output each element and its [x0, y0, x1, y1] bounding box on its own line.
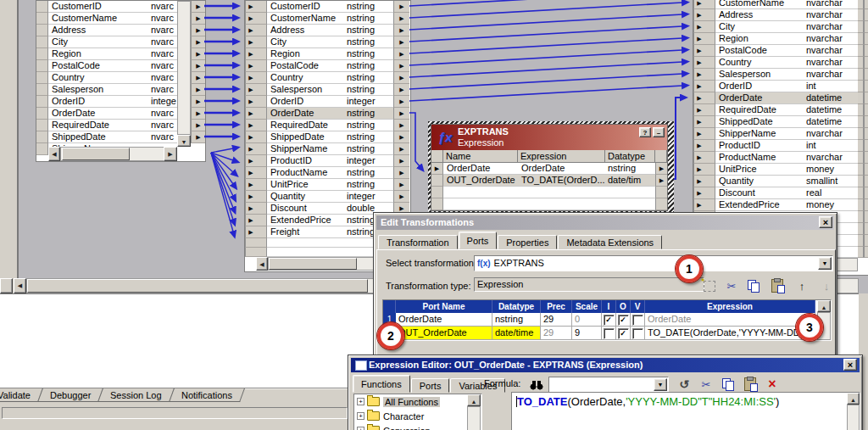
move-down-icon[interactable]: ↓ — [818, 278, 835, 293]
output-connector[interactable]: ▶ — [191, 72, 205, 84]
minimize-button[interactable]: – — [653, 127, 665, 137]
input-connector[interactable]: ▶ — [245, 120, 256, 131]
output-connector[interactable]: ▶ — [864, 92, 868, 104]
input-connector[interactable]: ▶ — [693, 21, 704, 33]
output-connector[interactable]: ▶ — [393, 60, 409, 72]
tab-ports[interactable]: Ports — [411, 378, 450, 393]
output-connector[interactable]: ▶ — [864, 128, 868, 140]
input-connector[interactable]: ▶ — [245, 13, 256, 25]
output-connector[interactable]: ▶ — [864, 21, 868, 33]
output-connector[interactable]: ▶ — [393, 84, 409, 96]
move-up-icon[interactable]: ↑ — [793, 278, 810, 293]
input-connector[interactable]: ▶ — [245, 167, 256, 179]
input-connector[interactable]: ▶ — [245, 84, 256, 96]
scroll-down-button[interactable]: ▼ — [177, 135, 191, 147]
output-tab-session-log[interactable]: Session Log — [97, 388, 174, 402]
source-definition-table[interactable]: CustomerIDnvarc▶CustomerNamenvarc▶Addres… — [36, 0, 206, 162]
vertical-scrollbar[interactable] — [177, 1, 191, 135]
input-connector[interactable]: ▶ — [693, 33, 704, 45]
formula-input[interactable]: TO_DATE(OrderDate,'YYYY-MM-DD"T"HH24:MI:… — [511, 392, 860, 430]
output-connector[interactable]: ▶ — [864, 152, 868, 164]
cut-icon[interactable]: ✂ — [723, 278, 740, 293]
output-tab-debugger[interactable]: Debugger — [37, 388, 103, 402]
tree-item-character[interactable]: +Character — [354, 409, 481, 423]
output-connector[interactable]: ▶ — [393, 120, 409, 131]
input-connector[interactable]: ▶ — [693, 57, 704, 69]
scrollbar-corner[interactable] — [0, 278, 13, 293]
output-connector[interactable]: ▶ — [393, 72, 409, 84]
ports-grid[interactable]: Port NameDatatypePrecScaleIOVExpression1… — [382, 299, 832, 341]
output-connector[interactable]: ▶ — [864, 0, 868, 9]
input-connector[interactable]: ▶ — [245, 155, 256, 167]
expand-icon[interactable]: + — [357, 412, 364, 420]
output-connector[interactable]: ▶ — [864, 140, 868, 152]
output-connector[interactable]: ▶ — [393, 13, 409, 25]
output-connector[interactable]: ▶ — [655, 175, 667, 187]
paste-icon[interactable] — [769, 278, 786, 293]
output-connector[interactable]: ▶ — [393, 155, 409, 167]
undo-icon[interactable]: ↺ — [676, 377, 693, 392]
input-connector[interactable]: ▶ — [693, 92, 704, 104]
select-transformation-combo[interactable]: f(x)EXPTRANS ▼ — [474, 255, 833, 271]
input-connector[interactable]: ▶ — [245, 48, 256, 60]
tab-metadata-extensions[interactable]: Metadata Extensions — [558, 235, 662, 249]
output-connector[interactable]: ▶ — [655, 163, 667, 175]
output-connector[interactable]: ▶ — [864, 33, 868, 45]
output-connector[interactable]: ▶ — [864, 57, 868, 69]
output-connector[interactable]: ▶ — [393, 48, 409, 60]
output-connector[interactable]: ▶ — [393, 131, 409, 143]
copy-icon[interactable] — [720, 377, 737, 392]
input-connector[interactable]: ▶ — [693, 81, 704, 92]
new-port-icon[interactable] — [701, 278, 718, 293]
output-connector[interactable]: ▶ — [864, 9, 868, 21]
output-tab-notifications[interactable]: Notifications — [169, 388, 245, 402]
input-connector[interactable]: ▶ — [245, 60, 256, 72]
checkbox-output[interactable]: ✓ — [618, 315, 629, 326]
exptrans-window[interactable]: ƒx EXPTRANS Expression ? – NameExpressio… — [428, 121, 674, 214]
close-icon[interactable]: × — [843, 359, 857, 371]
input-connector[interactable]: ▶ — [693, 9, 704, 21]
input-connector[interactable]: ▶ — [693, 164, 704, 176]
output-connector[interactable]: ▶ — [864, 199, 868, 211]
output-connector[interactable]: ▶ — [864, 45, 868, 57]
input-connector[interactable]: ▶ — [693, 140, 704, 152]
output-tab-validate[interactable]: Validate — [0, 388, 43, 402]
input-connector[interactable]: ▶ — [693, 128, 704, 140]
dialog-titlebar[interactable]: Edit Transformations — [376, 215, 834, 230]
exptrans-titlebar[interactable]: ƒx EXPTRANS Expression ? – — [431, 125, 667, 150]
scrollbar-track[interactable] — [847, 405, 860, 430]
tab-functions[interactable]: Functions — [353, 375, 410, 393]
paste-icon[interactable] — [742, 377, 759, 392]
output-connector[interactable]: ▶ — [191, 60, 205, 72]
output-connector[interactable]: ▶ — [393, 167, 409, 179]
tree-item-conversion[interactable]: +Conversion — [354, 423, 481, 430]
input-connector[interactable]: ▶ — [245, 191, 256, 203]
input-connector[interactable]: ▶ — [245, 1, 256, 13]
checkbox-variable[interactable] — [632, 328, 643, 339]
help-button[interactable]: ? — [639, 127, 651, 137]
input-connector[interactable]: ▶ — [245, 108, 256, 120]
output-connector[interactable]: ▶ — [393, 108, 409, 120]
input-connector[interactable]: ▶ — [245, 25, 256, 36]
output-connector[interactable]: ▶ — [864, 187, 868, 199]
tab-properties[interactable]: Properties — [498, 235, 557, 249]
tree-item-all-functions[interactable]: +All Functions — [354, 394, 481, 409]
formula-search-combo[interactable]: ▼ — [548, 377, 669, 393]
output-connector[interactable]: ▶ — [191, 84, 205, 96]
scroll-left-button[interactable]: ◀ — [14, 278, 26, 293]
scrollbar-thumb[interactable] — [269, 258, 357, 270]
input-connector[interactable]: ▶ — [245, 143, 256, 155]
output-connector[interactable]: ▶ — [191, 1, 205, 13]
scrollbar-thumb[interactable] — [62, 148, 130, 160]
input-connector[interactable]: ▶ — [693, 104, 704, 116]
chevron-down-icon[interactable]: ▼ — [654, 378, 667, 391]
scroll-left-button[interactable]: ◀ — [256, 257, 268, 271]
input-connector[interactable]: ▶ — [693, 69, 704, 81]
find-icon[interactable] — [528, 377, 545, 393]
output-connector[interactable]: ▶ — [864, 81, 868, 92]
input-connector[interactable]: ▶ — [245, 179, 256, 191]
output-connector[interactable]: ▶ — [191, 36, 205, 48]
output-connector[interactable]: ▶ — [393, 191, 409, 203]
input-connector[interactable]: ▶ — [693, 152, 704, 164]
input-connector[interactable]: ▶ — [245, 226, 256, 238]
